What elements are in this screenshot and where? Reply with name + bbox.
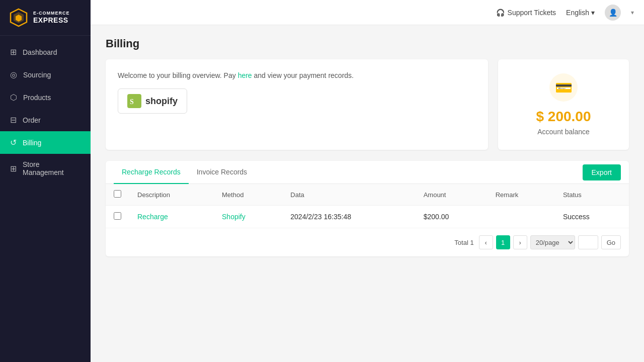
pagination-total: Total 1 <box>454 239 473 246</box>
billing-top-row: Welcome to your billing overview. Pay he… <box>106 59 629 150</box>
billing-icon: ↺ <box>10 138 17 147</box>
row-status: Success <box>555 206 629 228</box>
row-checkbox-cell <box>106 206 129 228</box>
store-icon: ⊞ <box>10 164 17 173</box>
go-button[interactable]: Go <box>601 235 621 249</box>
logo-icon <box>9 8 28 27</box>
topbar: 🎧 Support Tickets English ▾ 👤 ▾ <box>91 0 644 25</box>
user-avatar[interactable]: 👤 <box>605 5 621 21</box>
products-icon: ⬡ <box>10 93 17 102</box>
page-1-btn[interactable]: 1 <box>496 235 510 249</box>
sidebar-item-billing[interactable]: ↺ Billing <box>0 131 91 154</box>
pay-here-link[interactable]: here <box>238 71 252 79</box>
account-balance-card: 💳 $ 200.00 Account balance <box>498 59 629 150</box>
row-amount: $200.00 <box>416 206 488 228</box>
order-icon: ⊟ <box>10 115 17 125</box>
support-tickets-link[interactable]: 🎧 Support Tickets <box>496 9 556 17</box>
pagination-row: Total 1 ‹ 1 › 20/page50/page100/page Go <box>106 228 629 256</box>
shopify-label: shopify <box>145 96 178 107</box>
logo: E-COMMERCE EXPRESS <box>0 0 91 36</box>
svg-text:S: S <box>130 98 134 106</box>
table-card: Recharge Records Invoice Records Export … <box>106 161 629 256</box>
balance-label: Account balance <box>537 128 590 136</box>
row-date: 2024/2/23 16:35:48 <box>282 206 415 228</box>
select-all-checkbox[interactable] <box>114 190 121 198</box>
tab-invoice-records[interactable]: Invoice Records <box>189 161 255 184</box>
header-method: Method <box>214 184 282 206</box>
page-title: Billing <box>106 37 629 50</box>
welcome-card: Welcome to your billing overview. Pay he… <box>106 59 488 150</box>
sidebar-nav: ⊞ Dashboard ◎ Sourcing ⬡ Products ⊟ Orde… <box>0 36 91 362</box>
header-data: Data <box>282 184 415 206</box>
sidebar-item-sourcing[interactable]: ◎ Sourcing <box>0 63 91 86</box>
table-row: Recharge Shopify 2024/2/23 16:35:48 $200… <box>106 206 629 228</box>
sidebar-item-dashboard[interactable]: ⊞ Dashboard <box>0 41 91 63</box>
dashboard-icon: ⊞ <box>10 47 17 57</box>
sidebar-item-store-management[interactable]: ⊞ Store Management <box>0 154 91 183</box>
page-jump-input[interactable] <box>578 235 598 249</box>
main-content: 🎧 Support Tickets English ▾ 👤 ▾ Billing … <box>91 0 644 362</box>
headset-icon: 🎧 <box>496 9 505 17</box>
sidebar-item-label: Dashboard <box>23 48 57 56</box>
row-description: Recharge <box>129 206 214 228</box>
sidebar-item-label: Products <box>23 94 51 102</box>
tab-recharge-records[interactable]: Recharge Records <box>114 161 189 184</box>
wallet-icon: 💳 <box>555 79 573 96</box>
chevron-down-icon: ▾ <box>631 9 634 16</box>
table-header-row: Description Method Data Amount Remark St… <box>106 184 629 206</box>
recharge-table: Description Method Data Amount Remark St… <box>106 184 629 228</box>
row-checkbox[interactable] <box>114 212 121 220</box>
avatar-icon: 👤 <box>609 9 617 17</box>
sidebar-item-label: Billing <box>23 139 41 147</box>
header-amount: Amount <box>416 184 488 206</box>
sidebar-item-label: Order <box>23 116 41 124</box>
sidebar-item-label: Store Management <box>23 160 80 176</box>
welcome-text: Welcome to your billing overview. Pay he… <box>118 71 476 79</box>
shopify-icon: S <box>127 94 141 108</box>
balance-icon-wrap: 💳 <box>549 73 578 102</box>
balance-amount: $ 200.00 <box>536 109 591 125</box>
page-body: Billing Welcome to your billing overview… <box>91 25 644 362</box>
logo-text: E-COMMERCE EXPRESS <box>33 11 70 25</box>
export-button[interactable]: Export <box>583 164 621 180</box>
tabs-row: Recharge Records Invoice Records Export <box>106 161 629 184</box>
chevron-down-icon: ▾ <box>591 9 595 17</box>
sourcing-icon: ◎ <box>10 70 17 79</box>
row-method: Shopify <box>214 206 282 228</box>
header-status: Status <box>555 184 629 206</box>
header-checkbox-cell <box>106 184 129 206</box>
language-selector[interactable]: English ▾ <box>566 9 595 17</box>
sidebar-item-products[interactable]: ⬡ Products <box>0 86 91 109</box>
shopify-badge[interactable]: S shopify <box>118 88 187 114</box>
per-page-select[interactable]: 20/page50/page100/page <box>530 235 575 249</box>
next-page-btn[interactable]: › <box>513 235 527 249</box>
row-remark <box>488 206 555 228</box>
header-remark: Remark <box>488 184 555 206</box>
tabs-container: Recharge Records Invoice Records <box>114 161 255 184</box>
header-description: Description <box>129 184 214 206</box>
sidebar: E-COMMERCE EXPRESS ⊞ Dashboard ◎ Sourcin… <box>0 0 91 362</box>
sidebar-item-order[interactable]: ⊟ Order <box>0 109 91 131</box>
sidebar-item-label: Sourcing <box>23 71 51 79</box>
prev-page-btn[interactable]: ‹ <box>479 235 493 249</box>
